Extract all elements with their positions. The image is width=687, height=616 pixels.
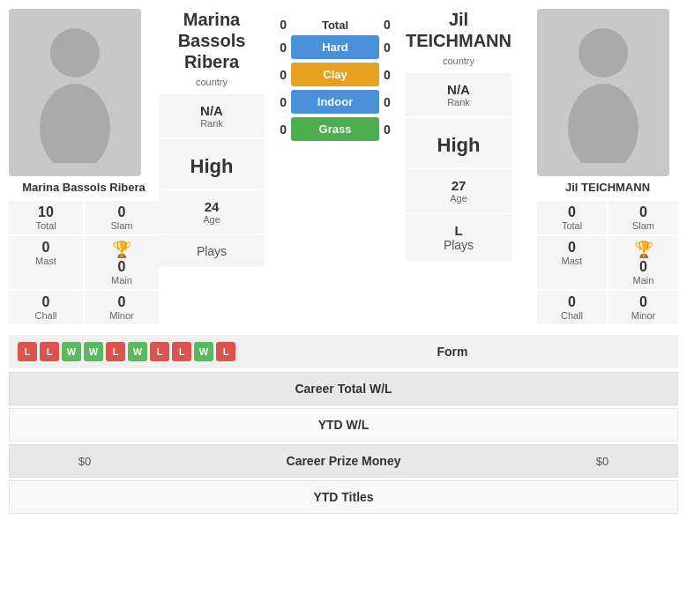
total-label: Total (291, 19, 379, 32)
right-rank-label: Rank (414, 97, 503, 108)
left-minor-cell: 0 Minor (85, 291, 159, 324)
form-section: LLWWLWLLWL Form (9, 335, 678, 368)
left-high-box: High (159, 139, 265, 189)
career-prize-row: $0 Career Prize Money $0 (9, 444, 678, 478)
right-mast-cell: 0 Mast (537, 236, 607, 289)
left-high-value: High (168, 148, 256, 180)
career-prize-left: $0 (19, 455, 151, 468)
form-badge: W (194, 342, 213, 361)
form-badge: L (216, 342, 235, 361)
ytd-wl-row: YTD W/L (9, 408, 678, 442)
left-total-cell: 10 Total (9, 201, 83, 234)
right-player-title: Jil TEICHMANN (406, 9, 512, 51)
left-plays-label: Plays (168, 244, 256, 258)
right-total-cell: 0 Total (537, 201, 607, 234)
svg-point-1 (40, 84, 110, 163)
clay-score-right: 0 (379, 68, 406, 82)
right-player-name: Jil TEICHMANN (537, 181, 678, 194)
right-mast-value: 0 (539, 240, 605, 256)
middle-panel: Marina Bassols Ribera country N/A Rank H… (159, 9, 537, 269)
ytd-titles-row: YTD Titles (9, 480, 678, 514)
left-mast-label: Mast (11, 256, 81, 266)
right-rank-box: N/A Rank (406, 73, 512, 116)
form-badge: L (40, 342, 59, 361)
form-badge: L (150, 342, 169, 361)
left-mast-cell: 0 Mast (9, 236, 83, 289)
right-slam-cell: 0 Slam (609, 201, 678, 234)
right-minor-label: Minor (610, 310, 676, 321)
left-age-label: Age (168, 214, 256, 225)
right-high-box: High (406, 118, 512, 167)
left-mast-value: 0 (11, 240, 81, 256)
right-player-info: Jil TEICHMANN country N/A Rank High 27 A… (406, 9, 512, 263)
form-label: Form (235, 345, 669, 359)
form-badge: L (18, 342, 37, 361)
left-main-label: Main (86, 275, 157, 286)
left-player-info: Marina Bassols Ribera country N/A Rank H… (159, 9, 265, 269)
svg-point-2 (579, 28, 628, 78)
clay-row: 0 Clay 0 (265, 63, 406, 86)
svg-point-0 (50, 28, 100, 78)
right-main-value: 0 (610, 259, 676, 275)
clay-score-left: 0 (265, 68, 291, 82)
right-stats-grid: 0 Total 0 Slam 0 Mast 🏆 0 Main 0 (537, 201, 678, 324)
right-chall-label: Chall (539, 310, 605, 321)
left-total-label: Total (11, 220, 81, 231)
right-plays-value: L (414, 223, 503, 238)
left-trophy-cell: 🏆 0 Main (85, 236, 159, 289)
right-slam-value: 0 (610, 204, 676, 220)
total-score-right: 0 (379, 18, 406, 32)
hard-button[interactable]: Hard (291, 35, 379, 59)
left-country-flag: country (159, 77, 265, 87)
right-age-label: Age (414, 193, 503, 204)
form-badge: L (106, 342, 125, 361)
indoor-row: 0 Indoor 0 (265, 90, 406, 114)
grass-button[interactable]: Grass (291, 117, 379, 141)
right-plays-label: Plays (414, 238, 503, 252)
right-player-card: Jil TEICHMANN 0 Total 0 Slam 0 Mast 🏆 0 (537, 9, 678, 326)
hard-score-left: 0 (265, 41, 291, 55)
left-chall-label: Chall (11, 310, 81, 321)
left-main-value: 0 (86, 259, 157, 275)
right-age-value: 27 (414, 178, 503, 193)
ytd-wl-label: YTD W/L (151, 418, 536, 432)
right-total-value: 0 (539, 204, 605, 220)
right-chall-value: 0 (539, 294, 605, 310)
left-trophy-icon: 🏆 (86, 240, 157, 259)
left-age-value: 24 (168, 199, 256, 214)
left-rank-box: N/A Rank (159, 94, 265, 137)
career-prize-right: $0 (536, 455, 668, 468)
indoor-score-left: 0 (265, 95, 291, 109)
grass-row: 0 Grass 0 (265, 117, 406, 141)
right-high-value: High (414, 127, 503, 159)
right-chall-cell: 0 Chall (537, 291, 607, 324)
left-chall-cell: 0 Chall (9, 291, 83, 324)
indoor-button[interactable]: Indoor (291, 90, 379, 114)
grass-score-left: 0 (265, 122, 291, 137)
left-plays-box: Plays (159, 235, 265, 267)
left-player-card: Marina Bassols Ribera 10 Total 0 Slam 0 … (9, 9, 159, 326)
hard-row: 0 Hard 0 (265, 35, 406, 59)
left-minor-label: Minor (86, 310, 157, 321)
right-age-box: 27 Age (406, 169, 512, 212)
clay-button[interactable]: Clay (291, 63, 379, 86)
svg-point-3 (568, 84, 638, 163)
grass-score-right: 0 (379, 122, 406, 137)
indoor-score-right: 0 (379, 95, 406, 109)
right-trophy-icon: 🏆 (610, 240, 676, 259)
right-mast-label: Mast (539, 256, 605, 266)
total-row: 0 Total 0 (265, 18, 406, 32)
form-badge: L (172, 342, 191, 361)
right-trophy-cell: 🏆 0 Main (609, 236, 678, 289)
career-prize-label: Career Prize Money (151, 454, 536, 468)
hard-score-right: 0 (379, 41, 406, 55)
career-total-row: Career Total W/L (9, 372, 678, 405)
left-total-value: 10 (11, 204, 81, 220)
left-slam-label: Slam (86, 220, 157, 231)
right-minor-value: 0 (610, 294, 676, 310)
ytd-titles-label: YTD Titles (151, 490, 536, 504)
form-badge: W (84, 342, 103, 361)
left-slam-cell: 0 Slam (85, 201, 159, 234)
left-chall-value: 0 (11, 294, 81, 310)
left-age-box: 24 Age (159, 190, 265, 234)
